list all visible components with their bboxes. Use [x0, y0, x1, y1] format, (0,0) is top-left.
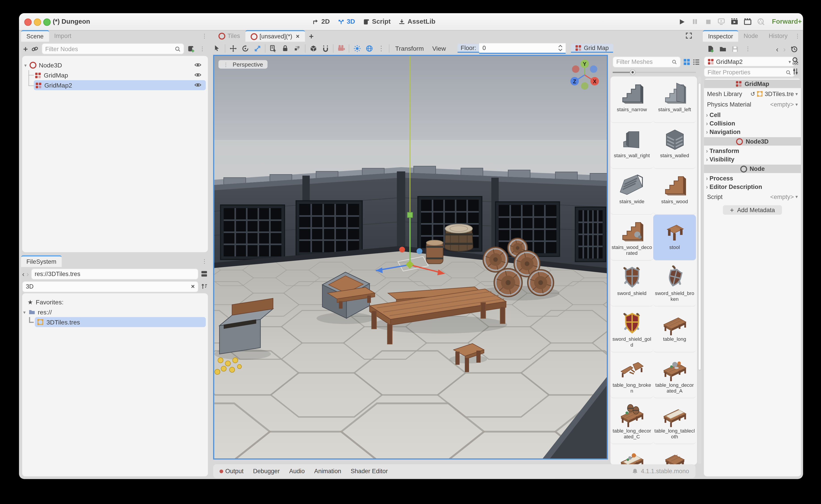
tree-node-gridmap2-selected[interactable]: GridMap2 [34, 80, 206, 90]
save-resource-icon[interactable] [731, 45, 739, 52]
collapse-icon[interactable]: ▾ [24, 63, 27, 68]
scene-tab-unsaved[interactable]: [unsaved](*)× [245, 30, 305, 42]
tab-filesystem[interactable]: FileSystem [21, 255, 62, 267]
open-docs-icon[interactable]: DOC [792, 57, 799, 65]
filter-properties-field[interactable] [704, 67, 795, 77]
close-window-button[interactable] [24, 19, 32, 26]
group-editor-description[interactable]: ›Editor Description [704, 182, 801, 191]
switch-3d-button[interactable]: 3D [338, 18, 355, 25]
filter-properties-input[interactable] [708, 69, 785, 75]
pause-icon[interactable] [691, 17, 699, 26]
visibility-eye-icon[interactable] [194, 81, 201, 89]
mesh-library-value[interactable]: ↺ 3DTiles.tre ▾ [750, 90, 798, 97]
grid-map-panel-button[interactable]: Grid Map [571, 44, 613, 53]
attach-script-icon[interactable] [187, 45, 195, 52]
group-collision[interactable]: ›Collision [704, 119, 801, 128]
spin-arrows-icon[interactable] [559, 45, 563, 51]
tab-import[interactable]: Import [49, 30, 77, 42]
sort-icon[interactable] [201, 283, 208, 290]
bottom-tab-audio[interactable]: Audio [289, 468, 305, 474]
view-options-menu[interactable]: ⋮ [375, 43, 387, 54]
bell-icon[interactable] [631, 468, 638, 475]
mesh-item-stairs_wall_left[interactable]: stairs_wall_left [653, 77, 696, 123]
edited-object-selector[interactable]: GridMap2 ▾ [704, 56, 795, 67]
property-tools-icon[interactable] [792, 68, 799, 75]
camera-preview-toggle[interactable] [335, 43, 347, 54]
resource-menu-icon[interactable]: ⋮ [744, 45, 752, 52]
script-value[interactable]: <empty>▾ [770, 194, 798, 200]
new-scene-tab-icon[interactable]: + [305, 32, 318, 41]
load-resource-icon[interactable] [719, 45, 727, 52]
tree-node-node3d[interactable]: ▾ Node3D [24, 60, 206, 70]
history-back-icon[interactable]: ‹ [22, 270, 24, 278]
view-menu[interactable]: View [428, 45, 450, 52]
transform-menu[interactable]: Transform [391, 45, 428, 52]
mesh-item-stairs_wood[interactable]: stairs_wood [653, 169, 696, 215]
axis-orientation-gizmo[interactable]: Y Z X [568, 58, 601, 92]
environment-toggle[interactable] [363, 43, 375, 54]
grid-view-icon[interactable] [683, 58, 690, 65]
clear-search-icon[interactable]: × [191, 283, 195, 290]
minimize-window-button[interactable] [34, 19, 41, 26]
group-navigation[interactable]: ›Navigation [704, 128, 801, 136]
add-node-icon[interactable]: + [23, 45, 28, 52]
filter-nodes-field[interactable] [42, 43, 184, 54]
filesystem-dock-menu-icon[interactable]: ⋮ [200, 258, 209, 265]
res-root-row[interactable]: ▾ res:// [23, 307, 204, 317]
group-node-icon[interactable] [291, 43, 303, 54]
bottom-tab-shader-editor[interactable]: Shader Editor [351, 468, 388, 474]
filter-meshes-input[interactable] [616, 59, 672, 65]
mesh-item-stairs_walled[interactable]: stairs_walled [653, 123, 696, 169]
tab-history[interactable]: History [763, 30, 793, 42]
filter-nodes-input[interactable] [45, 46, 174, 52]
perspective-menu[interactable]: ⋮ Perspective [218, 60, 268, 69]
history-back-icon[interactable]: ‹ [776, 45, 778, 53]
renderer-selector[interactable]: Forward+▾ [772, 18, 803, 25]
history-forward-icon[interactable]: › [27, 270, 29, 278]
sun-toggle[interactable] [351, 43, 363, 54]
new-resource-icon[interactable] [707, 45, 714, 52]
tab-node[interactable]: Node [738, 30, 763, 42]
play-custom-scene-icon[interactable] [744, 17, 752, 26]
mesh-item-sword_shield_gold[interactable]: sword_shield_gold [610, 307, 653, 353]
tab-scene[interactable]: Scene [21, 30, 49, 42]
list-select-tool[interactable] [267, 43, 279, 54]
switch-assetlib-button[interactable]: AssetLib [399, 18, 436, 25]
local-space-toggle[interactable] [307, 43, 319, 54]
scene-tab-tiles[interactable]: Tiles [213, 30, 245, 42]
scene-tree-menu-icon[interactable]: ⋮ [198, 45, 207, 52]
rotate-tool[interactable] [239, 43, 251, 54]
snap-toggle[interactable] [319, 43, 331, 54]
scale-tool[interactable] [251, 43, 263, 54]
expand-viewport-icon[interactable] [685, 32, 692, 39]
move-tool[interactable] [227, 43, 239, 54]
play-scene-icon[interactable] [730, 17, 739, 26]
add-metadata-button[interactable]: +Add Metadata [723, 205, 782, 215]
mesh-item-table-square[interactable] [653, 444, 696, 465]
switch-script-button[interactable]: Script [363, 18, 391, 25]
physics-material-value[interactable]: <empty>▾ [770, 101, 798, 108]
bottom-tab-debugger[interactable]: Debugger [253, 468, 280, 474]
instance-scene-icon[interactable] [31, 45, 38, 52]
mesh-item-table-long-tablecloth-decorated[interactable] [610, 444, 653, 465]
history-forward-icon[interactable]: › [783, 45, 786, 53]
lock-node-icon[interactable] [279, 43, 291, 54]
filesystem-search-input[interactable] [26, 283, 191, 290]
object-history-icon[interactable] [790, 45, 798, 52]
file-3dtiles-selected[interactable]: 3DTiles.tres [35, 317, 206, 327]
mesh-item-table_long_decorated_A[interactable]: table_long_decorated_A [653, 352, 696, 398]
3d-viewport[interactable]: ⋮ Perspective Y Z X [213, 55, 608, 460]
filesystem-path[interactable]: res://3DTiles.tres [31, 268, 199, 279]
zoom-window-button[interactable] [43, 19, 51, 26]
mesh-item-table_long_decorated_C[interactable]: table_long_decorated_C [610, 398, 653, 444]
mesh-item-table_long_tablecloth[interactable]: table_long_tablecloth [653, 398, 696, 444]
visibility-eye-icon[interactable] [194, 61, 201, 69]
mesh-item-stairs_narrow[interactable]: stairs_narrow [610, 77, 653, 123]
movie-mode-icon[interactable] [757, 17, 765, 26]
thumbnail-size-slider[interactable] [613, 70, 696, 75]
switch-2d-button[interactable]: 2D [312, 18, 330, 25]
filesystem-search-field[interactable]: × [22, 281, 198, 292]
reload-icon[interactable]: ↺ [750, 90, 755, 97]
mesh-item-stool[interactable]: stool [653, 215, 696, 261]
mesh-item-stairs_wood_decorated[interactable]: stairs_wood_decorated [610, 215, 653, 261]
